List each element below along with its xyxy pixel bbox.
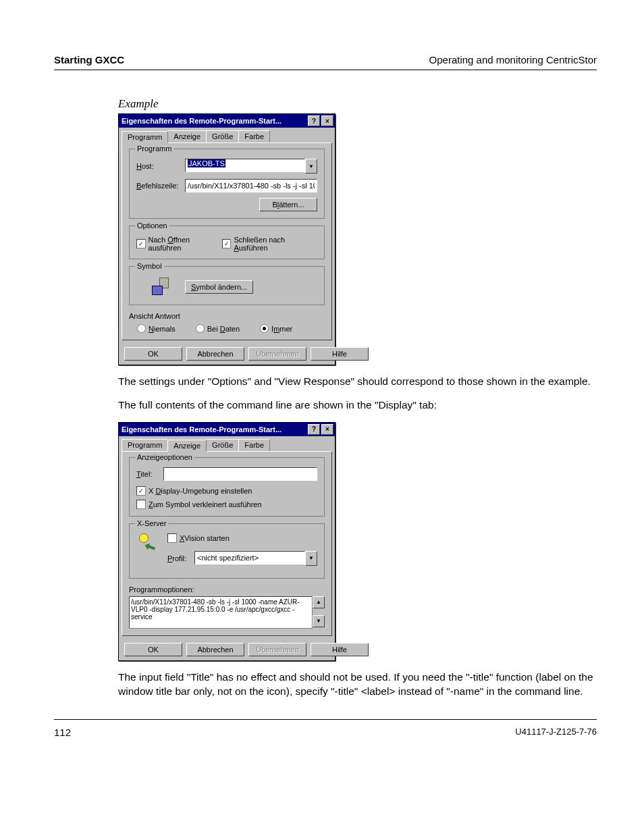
ansicht-label: Ansicht Antwort (129, 312, 325, 320)
tabs: Programm Anzeige Größe Farbe (119, 436, 335, 451)
tab-anzeige[interactable]: Anzeige (167, 130, 207, 142)
tab-groesse[interactable]: Größe (206, 130, 239, 142)
checkbox-label: X Display-Umgebung einstellen (149, 487, 252, 495)
tabs: Programm Anzeige Größe Farbe (119, 128, 335, 142)
paragraph-1: The settings under "Options" and "View R… (118, 375, 597, 389)
group-legend-symbol: Symbol (135, 262, 164, 270)
page-footer: 112 U41117-J-Z125-7-76 (54, 719, 597, 738)
checkbox-label: XVision starten (180, 534, 230, 542)
help-icon[interactable]: ? (308, 424, 320, 435)
group-legend-optionen: Optionen (135, 221, 169, 230)
checkbox-xdisplay[interactable]: ✓ X Display-Umgebung einstellen (136, 486, 317, 496)
titlebar: Eigenschaften des Remote-Programm-Start.… (119, 114, 335, 128)
checkbox-xvision[interactable]: XVision starten (167, 533, 317, 543)
program-icon (150, 276, 171, 298)
checkbox-icon: ✓ (136, 239, 146, 248)
window-title: Eigenschaften des Remote-Programm-Start.… (122, 117, 281, 125)
window-title: Eigenschaften des Remote-Programm-Start.… (122, 425, 281, 434)
checkbox-icon: ✓ (136, 486, 146, 496)
doc-id: U41117-J-Z125-7-76 (515, 727, 597, 738)
scroll-down-icon[interactable]: ▼ (313, 615, 325, 627)
checkbox-nach-oeffnen[interactable]: ✓ Nach Öffnen ausführen (136, 236, 222, 252)
radio-immer[interactable]: Immer (260, 324, 292, 333)
radio-label: Bei Daten (207, 325, 240, 333)
radio-label: Immer (271, 325, 292, 333)
group-symbol: Symbol Symbol ändern... (129, 266, 325, 305)
profil-input[interactable] (194, 551, 305, 565)
help-icon[interactable]: ? (308, 115, 320, 126)
dialog-anzeige: Eigenschaften des Remote-Programm-Start.… (118, 422, 336, 661)
header-right: Operating and monitoring CentricStor (429, 54, 597, 65)
tab-groesse[interactable]: Größe (206, 439, 239, 451)
ok-button[interactable]: OK (124, 347, 182, 361)
dialog-programm: Eigenschaften des Remote-Programm-Start.… (118, 113, 336, 365)
checkbox-schliessen[interactable]: ✓ Schließen nach Ausführen (222, 236, 317, 252)
tab-farbe[interactable]: Farbe (238, 130, 270, 142)
befehl-input[interactable] (185, 179, 317, 192)
radio-bei-daten[interactable]: Bei Daten (196, 324, 240, 333)
scroll-up-icon[interactable]: ▲ (313, 596, 325, 608)
tab-programm[interactable]: Programm (122, 439, 168, 451)
tab-panel: Anzeigeoptionen Titel: ✓ X Display-Umgeb… (122, 451, 332, 636)
page-header: Starting GXCC Operating and monitoring C… (54, 54, 597, 70)
group-legend-xserver: X-Server (135, 519, 168, 527)
close-icon[interactable]: × (321, 424, 333, 435)
radio-icon (137, 324, 146, 333)
radio-icon (260, 324, 269, 333)
cancel-button[interactable]: Abbrechen (186, 643, 244, 656)
paragraph-2: The full contents of the command line ar… (118, 398, 597, 413)
help-button[interactable]: Hilfe (311, 347, 369, 361)
host-label: Host: (136, 162, 185, 170)
cancel-button[interactable]: Abbrechen (186, 347, 244, 361)
group-anzeigeoptionen: Anzeigeoptionen Titel: ✓ X Display-Umgeb… (129, 457, 325, 517)
checkbox-zum-symbol[interactable]: Zum Symbol verkleinert ausführen (136, 500, 317, 509)
header-left: Starting GXCC (54, 54, 124, 65)
radio-icon (196, 324, 205, 333)
befehl-label: Befehlszeile: (136, 182, 185, 190)
group-legend-anzeige: Anzeigeoptionen (135, 453, 194, 461)
titel-input[interactable] (163, 467, 317, 481)
chevron-down-icon[interactable]: ▼ (305, 159, 317, 174)
titel-label: Titel: (136, 470, 163, 478)
host-input[interactable]: JAKOB-TS (185, 159, 305, 172)
radio-niemals[interactable]: Niemals (137, 324, 176, 333)
scrollbar[interactable]: ▲ ▼ (313, 596, 325, 627)
blattern-button[interactable]: Blättern... (259, 198, 317, 211)
profil-label: Profil: (167, 554, 194, 562)
checkbox-icon (136, 500, 146, 509)
group-programmoptionen: Programmoptionen: ▲ ▼ (129, 585, 325, 629)
ok-button[interactable]: OK (124, 643, 182, 656)
group-programm: Programm Host: JAKOB-TS ▼ Befehlszeile: … (129, 149, 325, 219)
checkbox-label: Zum Symbol verkleinert ausführen (149, 500, 262, 508)
tab-panel: Programm Host: JAKOB-TS ▼ Befehlszeile: … (122, 142, 332, 340)
checkbox-icon: ✓ (222, 239, 232, 248)
titlebar: Eigenschaften des Remote-Programm-Start.… (119, 423, 335, 436)
group-xserver: X-Server XVision starten Profil: (129, 523, 325, 579)
tab-programm[interactable]: Programm (122, 131, 168, 143)
group-optionen: Optionen ✓ Nach Öffnen ausführen ✓ Schli… (129, 226, 325, 259)
apply-button[interactable]: Übernehmen (248, 347, 306, 361)
chevron-down-icon[interactable]: ▼ (305, 551, 317, 566)
programmoptionen-textarea[interactable] (129, 596, 313, 629)
tab-anzeige[interactable]: Anzeige (167, 440, 207, 452)
checkbox-label: Schließen nach Ausführen (234, 236, 317, 252)
paragraph-3: The input field "Title" has no effect an… (118, 671, 597, 699)
tab-farbe[interactable]: Farbe (238, 439, 270, 451)
symbol-aendern-button[interactable]: Symbol ändern... (185, 280, 253, 294)
dialog-buttons: OK Abbrechen Übernehmen Hilfe (119, 343, 335, 365)
close-icon[interactable]: × (321, 115, 333, 126)
page-number: 112 (54, 727, 71, 738)
profil-combo[interactable]: ▼ (194, 551, 317, 566)
group-legend-programm: Programm (135, 145, 173, 153)
group-ansicht: Ansicht Antwort Niemals Bei Daten Immer (129, 312, 325, 333)
apply-button[interactable]: Übernehmen (248, 643, 306, 656)
help-button[interactable]: Hilfe (311, 643, 369, 656)
host-combo[interactable]: JAKOB-TS ▼ (185, 159, 317, 174)
xserver-icon (136, 533, 155, 552)
dialog-buttons: OK Abbrechen Übernehmen Hilfe (119, 639, 335, 660)
radio-label: Niemals (149, 325, 176, 333)
checkbox-label: Nach Öffnen ausführen (149, 236, 222, 252)
programmoptionen-label: Programmoptionen: (129, 585, 325, 594)
checkbox-icon (167, 533, 177, 543)
example-label: Example (118, 97, 597, 111)
